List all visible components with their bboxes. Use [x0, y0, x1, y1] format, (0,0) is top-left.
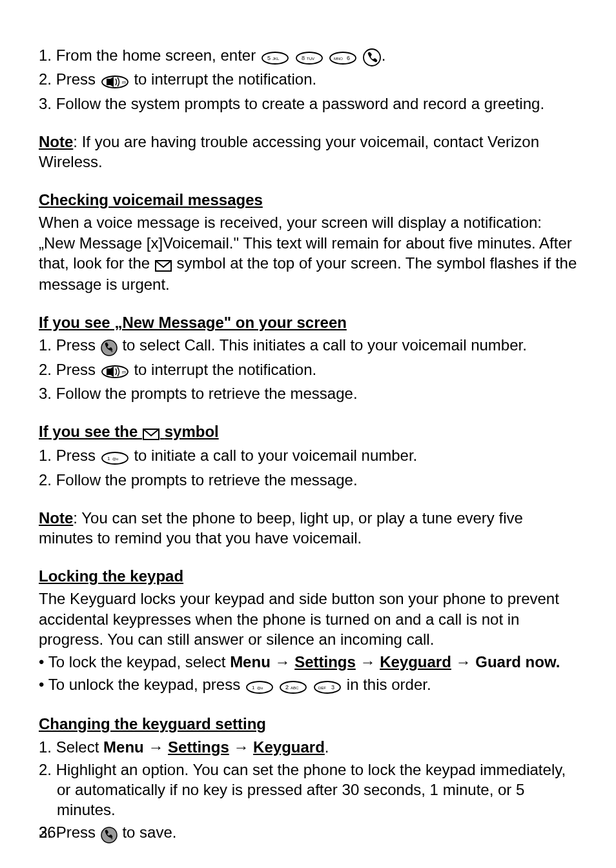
step-2: 2. Highlight an option. You can set the …	[39, 760, 577, 820]
arrow: →	[144, 738, 168, 756]
text: 2. Press	[39, 70, 100, 88]
text: • To lock the keypad, select	[39, 653, 230, 671]
text: to interrupt the notification.	[134, 70, 316, 88]
menu-path-settings: Settings	[168, 738, 229, 756]
step-1: 1. Press to select Call. This initiates …	[39, 335, 577, 356]
step-3: 3. Press to save.	[39, 822, 577, 843]
bullet-lock: • To lock the keypad, select Menu → Sett…	[39, 652, 577, 672]
svg-text:2: 2	[285, 684, 289, 691]
text: 1. Press	[39, 447, 100, 464]
key-6-icon: MNO6	[329, 46, 357, 66]
page-number: 26	[39, 822, 56, 842]
ok-key-icon	[101, 337, 118, 357]
arrow: →	[356, 653, 380, 671]
key-3-icon: DEF3	[313, 676, 342, 696]
svg-text:DEF: DEF	[318, 686, 326, 690]
text: : If you are having trouble accessing yo…	[39, 133, 539, 170]
text: If you see the	[39, 423, 142, 440]
heading: If you see the symbol	[39, 421, 577, 443]
text: 1. Press	[39, 336, 100, 354]
step-2: 2. Follow the prompts to retrieve the me…	[39, 470, 577, 490]
text: .	[325, 738, 329, 756]
svg-text:8: 8	[302, 55, 305, 61]
note-text: Note: You can set the phone to beep, lig…	[39, 508, 577, 548]
text: to interrupt the notification.	[134, 361, 316, 378]
section-symbol: If you see the symbol 1. Press 1@o to in…	[39, 421, 577, 490]
section-locking-keypad: Locking the keypad The Keyguard locks yo…	[39, 566, 577, 696]
heading: Locking the keypad	[39, 566, 577, 586]
menu-path-keyguard: Keyguard	[380, 653, 451, 671]
text: symbol	[165, 423, 219, 440]
arrow: →	[451, 653, 475, 671]
clr-key-icon	[101, 71, 129, 91]
step-3: 3. Follow the prompts to retrieve the me…	[39, 383, 577, 403]
svg-text:MNO: MNO	[334, 57, 343, 61]
svg-text:ABC: ABC	[291, 686, 299, 690]
paragraph: The Keyguard locks your keypad and side …	[39, 589, 577, 649]
menu-path-menu: Menu	[103, 738, 144, 756]
svg-text:3: 3	[331, 684, 334, 691]
envelope-icon	[155, 254, 172, 274]
ok-key-icon	[101, 823, 118, 843]
section-changing-keyguard: Changing the keyguard setting 1. Select …	[39, 714, 577, 843]
key-1-icon: 1@o	[245, 676, 274, 696]
svg-text:@o: @o	[112, 457, 119, 461]
svg-text:TUV: TUV	[307, 57, 314, 61]
heading: If you see „New Message" on your screen	[39, 312, 577, 332]
menu-path-menu: Menu	[230, 653, 271, 671]
svg-text:1: 1	[107, 456, 110, 461]
section-new-message: If you see „New Message" on your screen …	[39, 312, 577, 403]
menu-path-keyguard: Keyguard	[253, 738, 325, 756]
arrow: →	[271, 653, 294, 671]
step-3: 3. Follow the system prompts to create a…	[39, 94, 577, 114]
svg-text:1: 1	[252, 685, 255, 691]
text: to initiate a call to your voicemail num…	[134, 447, 417, 464]
clr-key-icon	[101, 361, 129, 381]
text: 2. Press	[39, 361, 100, 378]
text: 1. From the home screen, enter	[39, 46, 260, 64]
step-1: 1. Press 1@o to initiate a call to your …	[39, 445, 577, 467]
text: 1. Select	[39, 738, 103, 756]
text: • To unlock the keypad, press	[39, 676, 245, 693]
note-label: Note	[39, 133, 73, 150]
svg-text:5: 5	[267, 55, 271, 61]
step-2: 2. Press to interrupt the notification.	[39, 69, 577, 90]
key-2-icon: 2ABC	[279, 676, 307, 696]
arrow: →	[229, 738, 253, 756]
menu-path-guard-now: Guard now.	[475, 653, 560, 671]
svg-text:JKL: JKL	[272, 57, 280, 61]
steps-setup: 1. From the home screen, enter 5JKL 8TUV…	[39, 45, 577, 114]
text: : You can set the phone to beep, light u…	[39, 509, 523, 547]
text: .	[382, 46, 386, 64]
note-voicemail-trouble: Note: If you are having trouble accessin…	[39, 132, 577, 172]
heading: Changing the keyguard setting	[39, 714, 577, 734]
svg-text:@o: @o	[257, 686, 263, 690]
step-1: 1. Select Menu → Settings → Keyguard.	[39, 737, 577, 757]
paragraph: When a voice message is received, your s…	[39, 212, 577, 294]
menu-path-settings: Settings	[294, 653, 356, 671]
text: in this order.	[347, 676, 431, 693]
step-2: 2. Press to interrupt the notification.	[39, 359, 577, 381]
note-beep-reminder: Note: You can set the phone to beep, lig…	[39, 508, 577, 548]
text: to save.	[122, 823, 176, 841]
heading: Checking voicemail messages	[39, 190, 577, 210]
key-8-icon: 8TUV	[295, 46, 323, 66]
section-checking-voicemail: Checking voicemail messages When a voice…	[39, 190, 577, 294]
handset-icon	[363, 46, 381, 67]
step-1: 1. From the home screen, enter 5JKL 8TUV…	[39, 45, 577, 66]
note-label: Note	[39, 509, 73, 527]
bullet-unlock: • To unlock the keypad, press 1@o 2ABC D…	[39, 674, 577, 696]
text: to select Call. This initiates a call to…	[122, 336, 527, 354]
note-text: Note: If you are having trouble accessin…	[39, 132, 577, 172]
svg-text:6: 6	[347, 55, 350, 61]
key-1-icon: 1@o	[101, 447, 129, 467]
manual-page: 1. From the home screen, enter 5JKL 8TUV…	[0, 0, 616, 868]
key-5-icon: 5JKL	[261, 46, 289, 66]
envelope-icon	[143, 423, 159, 443]
